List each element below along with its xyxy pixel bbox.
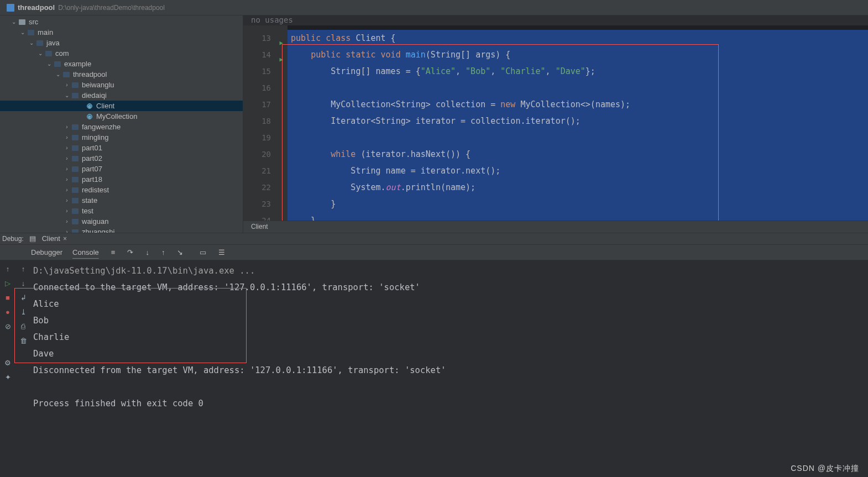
tree-item-part02[interactable]: ›part02 xyxy=(0,153,243,164)
debug-tab-label: Client xyxy=(42,234,60,243)
run-to-cursor-icon[interactable]: ↘ xyxy=(177,248,183,256)
line-number[interactable]: 24 xyxy=(243,212,271,221)
line-number[interactable]: 18 xyxy=(243,113,271,129)
folder-icon xyxy=(71,92,80,99)
rerun-icon[interactable]: ↑ xyxy=(3,265,12,274)
tree-item-fangwenzhe[interactable]: ›fangwenzhe xyxy=(0,122,243,132)
tree-item-diedaiqi[interactable]: ⌄diedaiqi xyxy=(0,90,243,101)
folder-icon xyxy=(71,144,80,152)
up-icon[interactable]: ↑ xyxy=(19,265,28,274)
code-line[interactable]: public class Client { xyxy=(287,30,868,46)
tree-item-part07[interactable]: ›part07 xyxy=(0,164,243,174)
line-number[interactable]: 17 xyxy=(243,96,271,113)
code-line[interactable] xyxy=(287,129,868,146)
resume-icon[interactable]: ▷ xyxy=(3,279,12,288)
gear-icon[interactable]: ⚙ xyxy=(3,359,12,368)
tree-item-main[interactable]: ⌄main xyxy=(0,27,243,38)
clear-icon[interactable]: 🗑 xyxy=(19,337,28,345)
console-line xyxy=(33,379,868,395)
code-line[interactable]: } xyxy=(287,196,868,212)
console-gutter: ↑ ▷ ■ ● ⊘ ⚙ ✦ ↑ ↓ ↲ ⤓ ⎙ 🗑 xyxy=(0,260,31,478)
usages-banner: no usages xyxy=(243,15,868,25)
folder-icon xyxy=(71,207,80,215)
line-number[interactable]: 23 xyxy=(243,196,271,212)
folder-icon xyxy=(71,123,80,131)
tree-label: zhuangshi xyxy=(82,228,114,233)
tree-item-java[interactable]: ⌄java xyxy=(0,38,243,48)
tree-label: diedaiqi xyxy=(82,91,107,99)
print-icon[interactable]: ⎙ xyxy=(19,322,28,331)
down-icon[interactable]: ↓ xyxy=(19,279,28,288)
folder-icon xyxy=(71,165,80,173)
tree-item-state[interactable]: ›state xyxy=(0,195,243,206)
editor-breadcrumb[interactable]: Client xyxy=(243,221,868,233)
tree-item-zhuangshi[interactable]: ›zhuangshi xyxy=(0,227,243,233)
tree-label: part18 xyxy=(82,175,102,184)
run-gutter-icon[interactable]: ▶ xyxy=(279,35,283,51)
tree-item-waiguan[interactable]: ›waiguan xyxy=(0,216,243,227)
line-number[interactable]: 19 xyxy=(243,129,271,146)
tree-item-client[interactable]: cClient xyxy=(0,101,243,111)
mute-breakpoints-icon[interactable]: ⊘ xyxy=(3,322,12,331)
tree-item-part01[interactable]: ›part01 xyxy=(0,143,243,153)
code-line[interactable]: System.out.println(name); xyxy=(287,179,868,196)
tree-item-mingling[interactable]: ›mingling xyxy=(0,132,243,143)
tree-item-threadpool[interactable]: ⌄threadpool xyxy=(0,69,243,80)
folder-icon xyxy=(71,186,80,194)
tree-label: test xyxy=(82,207,93,215)
tree-item-part18[interactable]: ›part18 xyxy=(0,174,243,185)
tree-label: redistest xyxy=(82,186,109,194)
tab-console[interactable]: Console xyxy=(72,248,99,256)
project-tree[interactable]: ⌄src⌄main⌄java⌄com⌄example⌄threadpool›be… xyxy=(0,15,243,233)
console-line: Alice xyxy=(33,296,868,312)
console-output[interactable]: D:\javaSetting\jdk-11.0.17\bin\java.exe … xyxy=(31,260,868,478)
tree-item-beiwanglu[interactable]: ›beiwanglu xyxy=(0,80,243,90)
code-line[interactable]: String[] names = {"Alice", "Bob", "Charl… xyxy=(287,63,868,80)
tree-item-redistest[interactable]: ›redistest xyxy=(0,185,243,195)
folder-icon xyxy=(71,81,80,89)
console-line: Connected to the target VM, address: '12… xyxy=(33,279,868,296)
editor-code[interactable]: public class Client { public static void… xyxy=(287,25,868,221)
line-number[interactable]: 16 xyxy=(243,80,271,96)
step-over-icon[interactable]: ↷ xyxy=(127,248,133,256)
step-out-icon[interactable]: ↑ xyxy=(161,248,165,256)
code-line[interactable]: Iterator<String> iterator = collection.i… xyxy=(287,113,868,129)
settings-icon[interactable]: ☰ xyxy=(218,248,225,256)
debug-run-tab[interactable]: ▤ Client × xyxy=(24,233,71,244)
pin-icon[interactable]: ✦ xyxy=(3,373,12,382)
console-line: Charlie xyxy=(33,329,868,345)
tree-label: main xyxy=(38,28,53,36)
code-line[interactable]: } xyxy=(287,212,868,221)
tree-item-src[interactable]: ⌄src xyxy=(0,17,243,27)
editor-gutter[interactable]: 13▶14▶1516171819202122232425 xyxy=(243,25,287,221)
code-line[interactable]: public static void main(String[] args) { xyxy=(287,46,868,63)
soft-wrap-icon[interactable]: ↲ xyxy=(19,293,28,302)
toolbar-icon[interactable]: ≡ xyxy=(111,248,116,256)
stop-icon[interactable]: ■ xyxy=(3,293,12,302)
scroll-to-end-icon[interactable]: ⤓ xyxy=(19,308,28,317)
code-line[interactable] xyxy=(287,80,868,96)
watermark: CSDN @皮卡冲撞 xyxy=(791,464,859,474)
line-number[interactable]: 21 xyxy=(243,163,271,179)
code-line[interactable]: String name = iterator.next(); xyxy=(287,163,868,179)
code-line[interactable]: MyCollection<String> collection = new My… xyxy=(287,96,868,113)
debug-toolwindow-header[interactable]: Debug: ▤ Client × xyxy=(0,233,868,245)
step-into-icon[interactable]: ↓ xyxy=(145,248,149,256)
line-number[interactable]: 20 xyxy=(243,146,271,163)
tree-item-example[interactable]: ⌄example xyxy=(0,59,243,69)
line-number[interactable]: 14 xyxy=(243,46,271,63)
tree-item-test[interactable]: ›test xyxy=(0,206,243,216)
editor-pane: no usages 13▶14▶1516171819202122232425 p… xyxy=(243,15,868,233)
run-gutter-icon[interactable]: ▶ xyxy=(279,51,283,68)
tab-debugger[interactable]: Debugger xyxy=(31,248,62,256)
layout-icon[interactable]: ▭ xyxy=(200,248,206,256)
line-number[interactable]: 22 xyxy=(243,179,271,196)
tree-item-com[interactable]: ⌄com xyxy=(0,48,243,59)
line-number[interactable]: 13 xyxy=(243,30,271,46)
view-breakpoints-icon[interactable]: ● xyxy=(3,308,12,317)
console-line: Process finished with exit code 0 xyxy=(33,395,868,412)
line-number[interactable]: 15 xyxy=(243,63,271,80)
tree-item-mycollection[interactable]: cMyCollection xyxy=(0,111,243,122)
code-line[interactable]: while (iterator.hasNext()) { xyxy=(287,146,868,163)
close-icon[interactable]: × xyxy=(63,235,67,243)
